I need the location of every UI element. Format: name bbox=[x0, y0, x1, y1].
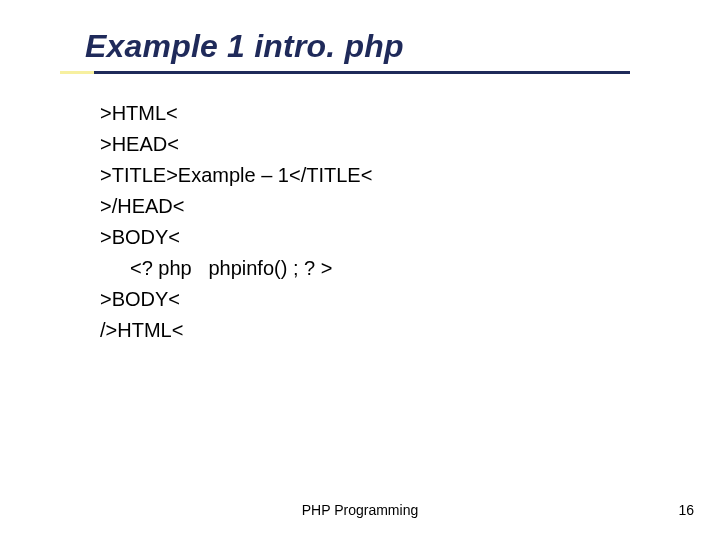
code-line: >TITLE>Example – 1</TITLE< bbox=[100, 160, 665, 191]
slide: Example 1 intro. php >HTML< >HEAD< >TITL… bbox=[0, 0, 720, 540]
page-number: 16 bbox=[678, 502, 694, 518]
title-underline bbox=[60, 71, 630, 74]
code-line: >HEAD< bbox=[100, 129, 665, 160]
code-line: >HTML< bbox=[100, 98, 665, 129]
code-line: >/HEAD< bbox=[100, 191, 665, 222]
code-line: >BODY< bbox=[100, 284, 665, 315]
code-line: />HTML< bbox=[100, 315, 665, 346]
footer-text: PHP Programming bbox=[0, 502, 720, 518]
code-block: >HTML< >HEAD< >TITLE>Example – 1</TITLE<… bbox=[85, 98, 665, 346]
code-line: <? php phpinfo() ; ? > bbox=[100, 253, 665, 284]
code-line: >BODY< bbox=[100, 222, 665, 253]
slide-title: Example 1 intro. php bbox=[85, 28, 665, 65]
